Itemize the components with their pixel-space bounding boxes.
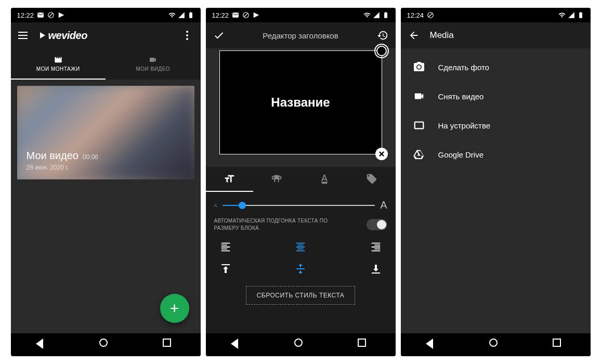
svg-rect-0 [414, 122, 423, 129]
nav-recent-icon[interactable] [553, 339, 565, 351]
drive-icon [411, 148, 427, 161]
valign-bottom-button[interactable] [369, 263, 383, 275]
align-left-button[interactable] [218, 241, 233, 253]
project-duration: 00:06 [83, 153, 98, 161]
video-icon [411, 90, 427, 102]
mail-icon [232, 11, 239, 19]
title-preview[interactable]: Название [219, 50, 382, 154]
nav-bar [11, 333, 201, 356]
phone-media: 12:24 Media Сделать фото Снять вид [401, 8, 591, 356]
nav-recent-icon[interactable] [163, 339, 175, 351]
media-item-label: Сделать фото [438, 63, 489, 72]
media-content: Сделать фото Снять видео На устройстве G… [401, 48, 591, 333]
nav-home-icon[interactable] [294, 339, 307, 351]
valign-middle-button[interactable] [293, 263, 308, 275]
signal-icon [568, 11, 575, 19]
media-item-video[interactable]: Снять видео [401, 82, 591, 111]
wifi-icon [168, 11, 176, 19]
nav-back-icon[interactable] [231, 339, 243, 351]
status-bar: 12:22 [206, 8, 396, 22]
tab-color[interactable] [300, 167, 348, 192]
nav-home-icon[interactable] [99, 339, 112, 351]
project-title: Мои видео [27, 150, 79, 162]
play-icon [40, 32, 45, 38]
nav-bar [401, 333, 591, 356]
nav-back-icon[interactable] [36, 339, 48, 351]
resize-handle[interactable] [375, 148, 388, 160]
status-time: 12:22 [212, 11, 229, 19]
reset-style-button[interactable]: СБРОСИТЬ СТИЛЬ ТЕКСТА [246, 286, 356, 305]
nav-back-icon[interactable] [426, 339, 438, 351]
slider-track[interactable] [223, 205, 375, 206]
nav-recent-icon[interactable] [358, 339, 370, 351]
phone-home: 12:22 wevideo МОИ МОНТАЖИ [11, 8, 201, 356]
media-item-label: На устройстве [438, 121, 491, 130]
title-text[interactable]: Название [271, 95, 330, 110]
play-store-icon [253, 11, 260, 19]
media-item-label: Google Drive [438, 150, 484, 159]
autofit-toggle[interactable] [367, 219, 387, 230]
photo-icon [411, 61, 427, 73]
nav-bar [206, 333, 396, 356]
app-logo: wevideo [40, 30, 87, 42]
status-bar: 12:24 [401, 8, 591, 22]
tabs: МОИ МОНТАЖИ МОИ ВИДЕО [11, 48, 201, 80]
tab-textsize[interactable] [206, 167, 253, 192]
wifi-icon [363, 11, 371, 19]
battery-icon [382, 11, 389, 19]
text-style-panel: A A АВТОМАТИЧЕСКАЯ ПОДГОНКА ТЕКСТА ПО РА… [206, 192, 396, 333]
battery-icon [187, 11, 194, 19]
media-list: Сделать фото Снять видео На устройстве G… [401, 48, 591, 173]
play-store-icon [58, 11, 65, 19]
nav-home-icon[interactable] [489, 339, 502, 351]
valign-top-button[interactable] [218, 263, 233, 275]
menu-icon[interactable] [18, 29, 31, 42]
align-center-button[interactable] [293, 241, 308, 253]
tab-videos[interactable]: МОИ ВИДЕО [106, 48, 201, 80]
tab-animation[interactable] [348, 167, 395, 192]
align-right-button[interactable] [369, 241, 383, 253]
block-icon [242, 11, 250, 19]
media-item-photo[interactable]: Сделать фото [401, 53, 591, 82]
block-icon [47, 11, 55, 19]
status-time: 12:22 [17, 11, 34, 19]
wifi-icon [558, 11, 566, 19]
project-date: 28 июн. 2020 г. [27, 164, 98, 171]
editor-title: Редактор заголовков [225, 31, 377, 40]
editor-tabs [206, 167, 396, 192]
rotate-handle[interactable] [374, 44, 389, 58]
back-icon[interactable] [408, 30, 420, 41]
project-card[interactable]: Мои видео 00:06 28 июн. 2020 г. [17, 86, 194, 179]
overflow-icon[interactable] [181, 29, 193, 42]
editor-app-bar: Редактор заголовков [206, 22, 396, 48]
app-bar: wevideo [11, 22, 201, 48]
mail-icon [37, 11, 44, 19]
add-button[interactable]: + [160, 294, 189, 323]
block-icon [427, 11, 434, 19]
signal-icon [178, 11, 185, 19]
media-app-bar: Media [401, 22, 591, 48]
status-bar: 12:22 [11, 8, 201, 22]
media-item-label: Снять видео [438, 92, 484, 101]
media-title: Media [430, 30, 583, 41]
device-icon [411, 119, 427, 132]
size-big-label: A [380, 199, 387, 211]
slider-thumb[interactable] [239, 202, 246, 209]
media-item-device[interactable]: На устройстве [401, 111, 591, 140]
font-size-slider[interactable]: A A [214, 199, 387, 211]
confirm-icon[interactable] [213, 30, 225, 41]
history-icon[interactable] [377, 30, 388, 41]
project-list: Мои видео 00:06 28 июн. 2020 г. + [11, 80, 201, 333]
tab-montages[interactable]: МОИ МОНТАЖИ [11, 48, 106, 80]
battery-icon [577, 11, 584, 19]
clapper-icon [53, 56, 64, 64]
autofit-label: АВТОМАТИЧЕСКАЯ ПОДГОНКА ТЕКСТА ПО РАЗМЕР… [214, 217, 339, 232]
camera-icon [147, 56, 159, 64]
phone-editor: 12:22 Редактор заголовков Название [206, 8, 396, 356]
tab-font[interactable] [253, 167, 300, 192]
size-small-label: A [214, 203, 217, 208]
status-time: 12:24 [407, 11, 424, 19]
media-item-drive[interactable]: Google Drive [401, 140, 591, 169]
signal-icon [373, 11, 380, 19]
